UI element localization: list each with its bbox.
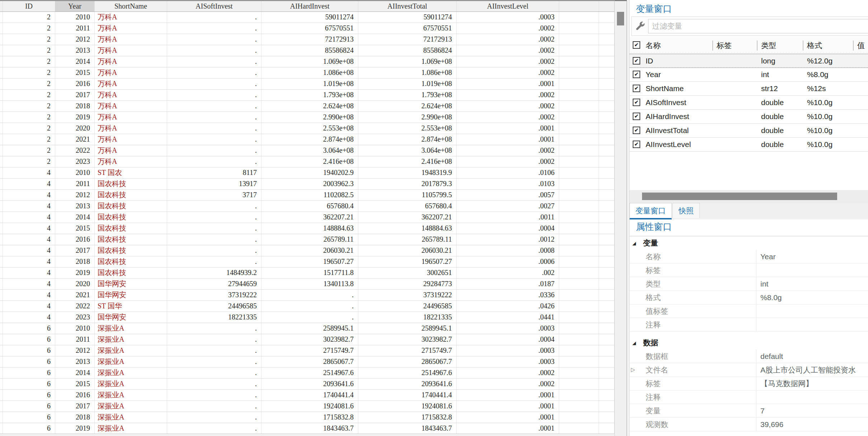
cell[interactable]: .0106 [457,167,559,178]
cell[interactable]: 3717 [167,190,261,200]
cell[interactable]: 1.019e+08 [358,79,457,89]
cell[interactable]: 2013 [55,201,95,212]
expanded-triangle-icon[interactable]: ◢ [632,340,636,346]
cell[interactable]: 国农科技 [95,234,167,245]
cell[interactable]: 2023 [55,156,95,167]
cell[interactable]: .0002 [457,56,559,67]
cell[interactable]: .0002 [457,101,559,112]
property-value[interactable]: Year [760,250,868,264]
variable-row[interactable]: ✔ShortNamestr12%12s [629,82,868,96]
cell[interactable]: 国农科技 [95,267,167,278]
variable-checkbox[interactable]: ✔ [633,141,640,148]
property-value[interactable]: int [760,277,868,291]
cell[interactable]: 2012 [55,345,95,356]
cell[interactable]: .0003 [457,345,559,356]
cell[interactable]: 2015 [55,379,95,389]
cell[interactable]: 2019 [55,423,95,433]
cell[interactable]: .0002 [457,34,559,45]
property-row[interactable]: 标签【马克数据网】 [629,377,868,390]
cell[interactable]: 2 [3,79,55,89]
variable-checkbox[interactable]: ✔ [633,99,640,106]
cell[interactable]: 2019 [55,267,95,278]
cell[interactable]: 深振业A [95,390,167,401]
cell[interactable]: 2 [3,56,55,67]
filter-variables-input[interactable] [648,19,868,33]
cell[interactable]: 72172913 [358,34,457,45]
cell[interactable]: .0001 [457,123,559,134]
table-horizontal-scrollbar[interactable] [0,433,614,436]
cell[interactable]: 6 [3,412,55,423]
property-value[interactable] [760,318,868,332]
cell[interactable]: 362207.21 [358,212,457,223]
cell[interactable]: 万科A [95,123,167,134]
cell[interactable]: 2023 [55,312,95,323]
cell[interactable]: . [167,23,261,34]
cell[interactable]: . [167,56,261,67]
cell[interactable]: . [167,145,261,156]
property-row[interactable]: 观测数39,696 [629,418,868,431]
cell[interactable]: 1.793e+08 [358,90,457,100]
cell[interactable]: 59011274 [261,12,358,23]
property-row[interactable]: 名称Year [629,250,868,264]
property-value[interactable] [760,304,868,318]
cell[interactable]: 13917 [167,179,261,189]
property-row[interactable]: 注释 [629,318,868,332]
cell[interactable]: 2589945.1 [261,323,358,334]
property-row[interactable]: ▷文件名A股上市公司人工智能投资水 [629,363,868,377]
column-divider[interactable] [757,41,758,51]
cell[interactable]: 2.416e+08 [261,156,358,167]
cell[interactable]: . [261,290,358,300]
cell[interactable]: .0002 [457,23,559,34]
variable-checkbox[interactable]: ✔ [633,57,640,65]
cell[interactable]: 2019 [55,112,95,123]
cell[interactable]: ST 国华 [95,301,167,312]
cell[interactable]: . [167,423,261,433]
variables-column-header[interactable]: 值标 [857,37,868,54]
cell[interactable]: 18221335 [167,312,261,323]
cell[interactable]: 2014 [55,56,95,67]
cell[interactable]: 657680.4 [358,201,457,212]
cell[interactable]: .0006 [457,256,559,267]
cell[interactable]: 1715832.8 [261,412,358,423]
cell[interactable]: 37319222 [358,290,457,300]
cell[interactable]: 深振业A [95,334,167,345]
cell[interactable]: . [167,390,261,401]
cell[interactable]: 1843463.7 [358,423,457,433]
variables-column-header[interactable]: 类型 [761,37,776,54]
cell[interactable]: . [167,345,261,356]
cell[interactable]: 3.064e+08 [358,145,457,156]
variable-row[interactable]: ✔IDlong%12.0g [629,54,868,68]
cell[interactable]: . [167,101,261,112]
cell[interactable]: 2013 [55,45,95,56]
column-divider[interactable] [712,41,713,51]
cell[interactable]: .0001 [457,401,559,412]
column-divider[interactable] [853,41,854,51]
cell[interactable]: . [167,412,261,423]
cell[interactable]: 3002651 [358,267,457,278]
variable-checkbox[interactable]: ✔ [633,127,640,134]
cell[interactable]: 6 [3,345,55,356]
property-row[interactable]: 值标签 [629,304,868,318]
cell[interactable]: .0103 [457,179,559,189]
property-row[interactable]: 数据框default [629,350,868,363]
cell[interactable]: 2 [3,123,55,134]
cell[interactable]: 657680.4 [261,201,358,212]
cell[interactable]: 3023982.7 [261,334,358,345]
cell[interactable]: 2 [3,45,55,56]
cell[interactable]: .0002 [457,145,559,156]
cell[interactable]: 2.990e+08 [358,112,457,123]
expanded-triangle-icon[interactable]: ◢ [632,241,636,246]
cell[interactable]: 2 [3,67,55,78]
cell[interactable]: 2017 [55,245,95,256]
cell[interactable]: 206030.21 [358,245,457,256]
cell[interactable]: 深振业A [95,412,167,423]
property-row[interactable]: 变量7 [629,404,868,418]
cell[interactable]: . [261,312,358,323]
cell[interactable]: 6 [3,368,55,378]
cell[interactable]: . [167,79,261,89]
cell[interactable]: .0012 [457,234,559,245]
cell[interactable]: 265789.11 [261,234,358,245]
property-row[interactable]: 类型int [629,277,868,291]
cell[interactable]: . [167,234,261,245]
cell[interactable]: 万科A [95,12,167,23]
